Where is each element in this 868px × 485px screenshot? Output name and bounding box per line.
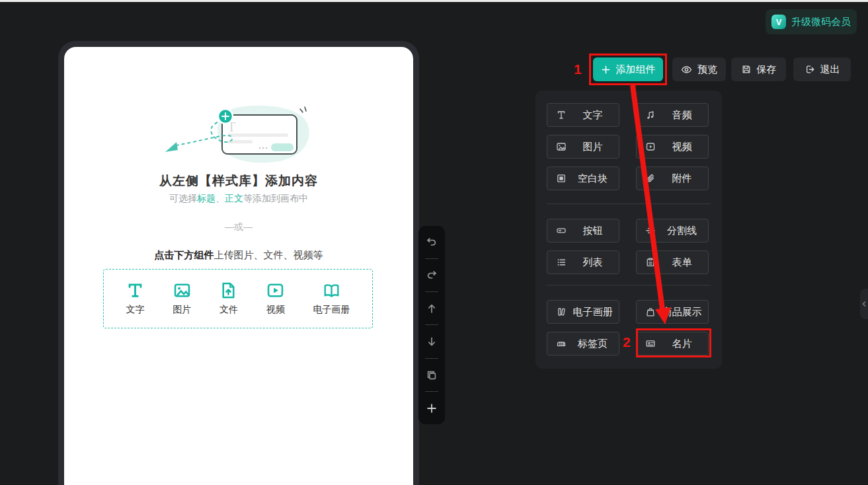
preview-label: 预览: [697, 63, 717, 76]
toolbar-divider: [425, 324, 438, 325]
hint-bold: 点击下方组件: [155, 249, 214, 260]
move-down-icon[interactable]: [424, 334, 440, 350]
add-component-label: 添加组件: [616, 63, 656, 76]
chevron-left-icon: [860, 300, 868, 308]
window-top-edge: [0, 0, 868, 2]
upload-item-label: 图片: [173, 304, 191, 316]
component-label: 文字: [567, 109, 619, 122]
component-blank-block[interactable]: 空白块: [547, 167, 619, 190]
component-label: 视频: [656, 141, 708, 153]
editor-app: T 从左侧【样式库】添加内容 可选择标题、正文等添加到画布中 —或— 点击下方组…: [0, 0, 868, 485]
membership-label: 升级微码会员: [791, 16, 851, 28]
text-icon: [126, 281, 144, 299]
text-icon: [555, 110, 567, 121]
component-label: 空白块: [567, 172, 619, 185]
component-list[interactable]: 列表: [547, 250, 619, 274]
exit-label: 退出: [820, 63, 840, 76]
component-image[interactable]: 图片: [547, 135, 619, 159]
toolbar-divider: [425, 258, 438, 259]
canvas-frame: T 从左侧【样式库】添加内容 可选择标题、正文等添加到画布中 —或— 点击下方组…: [58, 41, 419, 485]
component-label: 商品展示: [656, 306, 708, 318]
upload-component-box: 文字 图片 文件 视频 电子画册: [103, 269, 373, 328]
component-label: 名片: [656, 338, 708, 350]
audio-icon: [645, 110, 656, 121]
body-text-link[interactable]: 正文: [225, 193, 243, 204]
upload-item-label: 文字: [126, 304, 144, 316]
toolbar-divider: [425, 291, 438, 292]
blank-block-icon: [555, 173, 567, 184]
upload-item-file[interactable]: 文件: [219, 281, 238, 316]
sub-sep: 、: [216, 193, 225, 204]
preview-button[interactable]: 预览: [672, 57, 726, 81]
component-label: 分割线: [656, 225, 708, 237]
panel-group-divider: [547, 285, 711, 285]
tab-page-icon: [555, 338, 567, 350]
component-form[interactable]: 表单: [636, 250, 709, 274]
sub-prefix: 可选择: [169, 193, 197, 204]
upload-item-label: 电子画册: [313, 304, 350, 316]
component-audio[interactable]: 音频: [636, 103, 709, 127]
component-label: 附件: [656, 172, 708, 185]
component-label: 电子画册: [567, 306, 619, 318]
empty-state-subline: 可选择标题、正文等添加到画布中: [64, 193, 413, 205]
component-attachment[interactable]: 附件: [636, 167, 709, 190]
form-icon: [645, 257, 656, 268]
page-canvas[interactable]: T 从左侧【样式库】添加内容 可选择标题、正文等添加到画布中 —或— 点击下方组…: [64, 47, 413, 485]
component-divider-line[interactable]: 分割线: [636, 219, 709, 243]
image-icon: [173, 281, 191, 299]
component-business-card[interactable]: 名片: [636, 332, 709, 355]
exit-button[interactable]: 退出: [793, 57, 851, 81]
upload-hint: 点击下方组件上传图片、文件、视频等: [64, 249, 413, 262]
component-label: 表单: [656, 256, 708, 269]
video-icon: [645, 141, 656, 153]
component-text[interactable]: 文字: [547, 103, 619, 127]
move-up-icon[interactable]: [424, 301, 440, 317]
undo-icon[interactable]: [424, 234, 440, 250]
collapse-panel-handle[interactable]: [860, 289, 868, 319]
component-label: 图片: [567, 141, 619, 153]
v-badge-icon: V: [771, 15, 786, 29]
empty-state-illustration: T: [139, 102, 338, 178]
toolbar-divider: [425, 391, 438, 392]
component-tab-page[interactable]: 标签页: [547, 332, 619, 355]
file-upload-icon: [219, 281, 237, 299]
component-video[interactable]: 视频: [636, 135, 709, 159]
component-label: 标签页: [567, 338, 619, 350]
component-product-display[interactable]: 商品展示: [636, 300, 709, 324]
step-1-annotation: 1: [574, 61, 582, 77]
canvas-side-toolbar: [418, 226, 445, 424]
upload-item-label: 视频: [266, 304, 285, 316]
save-button[interactable]: 保存: [731, 57, 786, 81]
component-ealbum[interactable]: 电子画册: [547, 300, 619, 324]
upload-item-ealbum[interactable]: 电子画册: [313, 281, 350, 316]
ealbum-icon: [323, 281, 340, 299]
component-label: 列表: [567, 256, 619, 269]
list-icon: [555, 257, 567, 268]
copy-icon[interactable]: [424, 367, 440, 383]
sub-suffix: 等添加到画布中: [243, 193, 308, 204]
toolbar-divider: [425, 358, 438, 359]
title-link[interactable]: 标题: [197, 193, 216, 204]
component-dropdown-panel: 文字 音频 图片 视频 空白块 附件: [535, 91, 722, 369]
add-icon[interactable]: [424, 400, 440, 416]
component-label: 按钮: [567, 225, 619, 237]
logout-icon: [805, 64, 815, 75]
redo-icon[interactable]: [424, 267, 440, 283]
panel-group-divider: [547, 204, 711, 204]
upgrade-membership-button[interactable]: V 升级微码会员: [766, 9, 857, 34]
hint-rest: 上传图片、文件、视频等: [214, 249, 323, 260]
upload-item-image[interactable]: 图片: [173, 281, 191, 316]
or-divider: —或—: [64, 221, 413, 233]
attachment-icon: [645, 173, 656, 184]
plus-icon: [601, 65, 611, 75]
upload-item-text[interactable]: 文字: [126, 281, 144, 316]
eye-icon: [681, 64, 692, 75]
button-icon: [555, 225, 567, 237]
upload-item-video[interactable]: 视频: [266, 281, 285, 316]
step-2-annotation: 2: [623, 334, 631, 350]
add-component-button[interactable]: 添加组件: [593, 57, 663, 81]
component-label: 音频: [656, 109, 708, 122]
component-button[interactable]: 按钮: [547, 219, 619, 243]
shopping-bag-icon: [645, 307, 656, 318]
upload-item-label: 文件: [219, 304, 238, 316]
